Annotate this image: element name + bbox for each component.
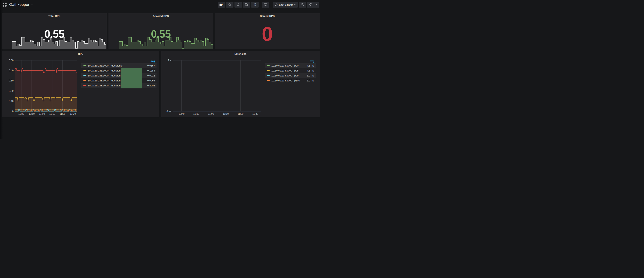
dashboard-header: Oathkeeper — [0, 0, 322, 9]
series-avg-value: 0.0022 — [142, 74, 155, 77]
dashboard-title[interactable]: Oathkeeper — [9, 2, 33, 7]
star-icon — [228, 3, 231, 6]
settings-gear-icon: ⚙ — [253, 3, 256, 6]
chevron-down-icon — [294, 4, 296, 5]
refresh-interval-dropdown[interactable] — [314, 1, 319, 7]
series-avg-value: 5.0 ms — [302, 79, 314, 82]
svg-text:11:30: 11:30 — [252, 112, 258, 115]
svg-text:11:20: 11:20 — [60, 112, 66, 115]
clock-icon — [275, 3, 278, 6]
panel-latencies-graph: Latencies 1 s0 ns10:4010:5011:0011:1011:… — [161, 51, 320, 117]
brand-area: Oathkeeper — [2, 2, 33, 7]
grid-icon — [2, 2, 7, 7]
svg-text:0: 0 — [12, 110, 14, 113]
refresh-icon — [309, 3, 312, 6]
share-icon — [236, 3, 240, 6]
stat-value: 0.55 — [2, 28, 107, 40]
toolbar: ⚙ Last 1 hour — [217, 1, 319, 7]
series-color-swatch — [83, 70, 86, 71]
series-color-swatch — [83, 80, 86, 81]
series-avg-value: 0.0167 — [142, 64, 155, 67]
svg-text:11:00: 11:00 — [208, 112, 214, 115]
legend-rows: 10.10.69.238:9000 - /decisions/0.016710.… — [81, 63, 156, 88]
panel-title[interactable]: Total RPS — [2, 14, 107, 17]
series-avg-value: 4.8 ms — [302, 69, 314, 72]
series-name: 10.10.69.238:9000 - p100 — [271, 79, 302, 82]
legend-row[interactable]: 10.10.69.238:9000 - p1005.0 ms — [265, 78, 316, 83]
series-avg-value: 5.0 ms — [302, 74, 314, 77]
share-button[interactable] — [234, 1, 242, 7]
save-icon — [245, 3, 248, 6]
legend-row[interactable]: 10.10.69.238:9000 - /decisions/0.0167 — [81, 63, 156, 68]
dashboard-title-text: Oathkeeper — [9, 2, 29, 7]
dashboards-grid-icon[interactable] — [2, 2, 7, 7]
stat-value: 0.55 — [108, 28, 213, 40]
legend-row[interactable]: 10.10.69.238:9000 - p904.5 ms — [265, 63, 316, 68]
series-avg-value: 0.1284 — [142, 69, 155, 72]
svg-text:11:30: 11:30 — [70, 112, 76, 115]
add-panel-icon — [219, 3, 223, 6]
series-color-swatch — [267, 70, 270, 71]
chevron-down-icon — [316, 4, 318, 5]
svg-text:10:40: 10:40 — [178, 112, 184, 115]
series-avg-value: 0.4002 — [142, 84, 155, 87]
series-color-swatch — [267, 80, 270, 81]
tv-kiosk-icon — [264, 3, 267, 6]
svg-text:10:50: 10:50 — [29, 112, 35, 115]
legend-rows: 10.10.69.238:9000 - p904.5 ms10.10.69.23… — [265, 63, 316, 83]
cycle-view-button[interactable] — [262, 1, 269, 7]
panel-denied-rps: Denied RPS 0 — [215, 13, 320, 49]
legend-avg-header[interactable]: avg — [81, 59, 156, 63]
svg-text:0.30: 0.30 — [9, 79, 14, 82]
svg-text:11:10: 11:10 — [223, 112, 229, 115]
svg-text:1 s: 1 s — [168, 59, 171, 62]
settings-button[interactable]: ⚙ — [251, 1, 258, 7]
series-name: 10.10.69.238:9000 - p99 — [271, 74, 302, 77]
zoom-out-icon — [301, 3, 304, 6]
panel-title[interactable]: Denied RPS — [215, 14, 320, 17]
series-avg-value: 0.0066 — [142, 79, 155, 82]
chevron-down-icon — [31, 4, 33, 5]
panel-title[interactable]: Allowed RPS — [108, 14, 213, 17]
svg-text:0.40: 0.40 — [9, 69, 14, 72]
series-name: 10.10.69.238:9000 - /decisions/ — [88, 64, 142, 67]
svg-text:10:40: 10:40 — [18, 112, 24, 115]
panel-allowed-rps: Allowed RPS 0.55 — [108, 13, 213, 49]
rps-legend: avg 10.10.69.238:9000 - /decisions/0.016… — [81, 59, 156, 88]
series-color-swatch — [83, 85, 86, 86]
svg-text:11:10: 11:10 — [49, 112, 55, 115]
latencies-legend: avg 10.10.69.238:9000 - p904.5 ms10.10.6… — [265, 59, 316, 83]
legend-overlay-rectangle — [121, 68, 142, 88]
legend-row[interactable]: 10.10.69.238:9000 - p995.0 ms — [265, 73, 316, 78]
series-name: 10.10.69.238:9000 - p95 — [271, 69, 302, 72]
legend-row[interactable]: 10.10.69.238:9000 - /decisions/0.4002 — [81, 83, 156, 88]
svg-text:0.20: 0.20 — [9, 90, 14, 92]
svg-text:0.50: 0.50 — [9, 59, 14, 62]
legend-avg-header[interactable]: avg — [265, 59, 316, 63]
panel-rps-graph: RPS 0.500.400.300.200.10010:4010:5011:00… — [2, 51, 159, 117]
time-range-picker[interactable]: Last 1 hour — [273, 1, 298, 7]
panel-total-rps: Total RPS 0.55 — [2, 13, 107, 49]
legend-row[interactable]: 10.10.69.238:9000 - p954.8 ms — [265, 68, 316, 73]
save-button[interactable] — [243, 1, 250, 7]
svg-text:11:20: 11:20 — [238, 112, 244, 115]
refresh-button-group — [307, 1, 319, 7]
star-button[interactable] — [226, 1, 234, 7]
series-color-swatch — [267, 65, 270, 66]
legend-row[interactable]: 10.10.69.238:9000 - /decisions/0.1284 — [81, 68, 156, 73]
series-avg-value: 4.5 ms — [302, 64, 314, 67]
time-range-label: Last 1 hour — [279, 3, 293, 6]
series-color-swatch — [267, 75, 270, 76]
stat-value: 0 — [215, 22, 320, 45]
svg-text:0 ns: 0 ns — [166, 110, 171, 113]
series-color-swatch — [83, 75, 86, 76]
legend-row[interactable]: 10.10.69.238:9000 - /decisions/0.0022 — [81, 73, 156, 78]
zoom-out-button[interactable] — [299, 1, 306, 7]
panel-title[interactable]: RPS — [2, 52, 159, 55]
refresh-button[interactable] — [307, 1, 314, 7]
legend-row[interactable]: 10.10.69.238:9000 - /decisions/0.0066 — [81, 78, 156, 83]
panel-title[interactable]: Latencies — [161, 52, 320, 55]
svg-text:11:00: 11:00 — [39, 112, 45, 115]
add-panel-button[interactable] — [218, 1, 225, 7]
svg-text:0.10: 0.10 — [9, 100, 14, 103]
